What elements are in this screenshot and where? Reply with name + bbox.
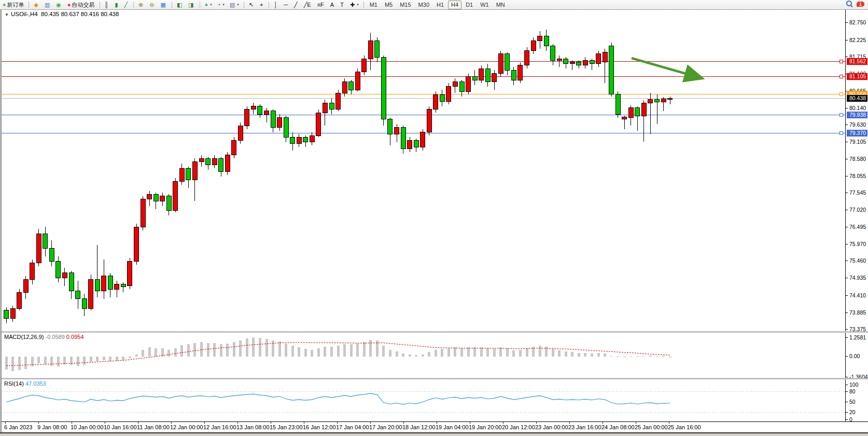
crosshair-tool-button[interactable]: + [258,1,266,9]
rsi-value: 47.0353 [25,380,46,387]
price-line-group[interactable] [2,60,845,135]
time-tick-mark [569,422,570,424]
macd-canvas[interactable] [2,333,845,378]
arrange-vertical-button[interactable]: ◨ [186,1,197,9]
time-tick-label: 10 Jan 00:00 [71,424,104,430]
tick-label: 78.580 [846,156,868,162]
time-tick-label: 12 Jan 00:00 [170,424,203,430]
time-tick-label: 23 Jan 16:00 [568,424,601,430]
time-tick-mark [603,422,603,424]
arrow-annotation[interactable] [632,58,701,78]
horizontal-line-tool-button[interactable]: ─ [282,1,291,9]
arrange-vertical-icon: ◨ [188,2,193,8]
notification-icon[interactable]: 1 [856,1,865,7]
main-chart-canvas[interactable] [2,9,845,331]
time-tick-label: 17 Jan 04:00 [336,424,369,430]
cursor-tool-icon: ↖ [249,2,254,8]
line-chart-style-icon: ╱ [124,2,128,8]
chevron-down-icon[interactable]: ▼ [5,12,9,17]
timeframe-button-H4[interactable]: H4 [448,1,461,9]
rsi-axis: 1008050200 [845,379,868,421]
chevron-down-icon[interactable]: ▾ [237,3,239,7]
indicators-list-icon: + [205,2,208,8]
text-tool-button[interactable]: A [328,1,337,9]
time-tick-label: 10 Jan 16:00 [104,424,137,430]
timeframe-button-M15[interactable]: M15 [397,1,414,9]
price-line-handle[interactable] [839,75,843,78]
tile-windows-button[interactable]: ▦ [159,1,169,9]
bar-chart-style-button[interactable]: ║ [103,1,112,9]
candlestick-style-button[interactable]: ▮ [113,1,121,9]
auto-trading-button[interactable]: ●自动交易 [65,1,97,9]
timeframe-button-D1[interactable]: D1 [463,1,476,9]
cursor-tool-button[interactable]: ↖ [247,1,257,9]
line-chart-style-button[interactable]: ╱ [122,1,131,9]
time-tick-mark [437,422,437,424]
toolbar-groups: +新订单◆▥◉●自动交易║▮╱⊕⊖▦◧◨+▾◔▾▧▾↖+│─╱╱E≡FAT✚▾M… [0,1,509,9]
time-tick-mark [304,422,304,424]
market-watch-icon: ◆ [34,2,38,8]
indicators-list-button[interactable]: +▾ [203,1,214,9]
price-line-handle[interactable] [839,132,843,135]
timeframe-button-H1[interactable]: H1 [433,1,447,9]
tick-label: 80.140 [846,105,868,111]
rsi-canvas[interactable] [2,379,845,421]
time-tick-label: 15 Jan 23:00 [270,424,303,430]
time-tick-mark [470,422,470,424]
vertical-line-tool-button[interactable]: │ [272,1,281,9]
time-tick-mark [138,422,138,424]
tick-label: 79.105 [846,139,868,145]
price-line-label: 81.562 [847,58,867,65]
trendline-tool-button[interactable]: ╱ [292,1,301,9]
shapes-tool-button[interactable]: ✚▾ [348,1,361,9]
chart-title[interactable]: ▼USOil-,H4 80.435 80.637 80.416 80.438 [5,11,119,17]
timeframe-button-MN[interactable]: MN [493,1,508,9]
timeframe-button-M5[interactable]: M5 [382,1,396,9]
data-window-button[interactable]: ▥ [43,1,53,9]
channel-tool-icon: ╱E [304,2,311,8]
rsi-line [6,393,670,404]
trendline-tool-icon: ╱ [294,2,298,8]
new-order-button[interactable]: +新订单 [1,1,26,9]
chevron-down-icon[interactable]: ▾ [210,3,212,7]
time-tick-mark [669,422,669,424]
zoom-in-button[interactable]: ⊕ [136,1,146,9]
time-tick-mark [72,422,72,424]
candlestick-series[interactable] [4,30,673,324]
label-tool-button[interactable]: T [338,1,347,9]
time-tick-label: 16 Jan 12:00 [303,424,336,430]
label-tool-icon: T [340,2,344,8]
chevron-down-icon[interactable]: ▾ [357,3,359,7]
time-tick-label: 23 Jan 00:00 [535,424,568,430]
arrange-horizontal-button[interactable]: ◧ [175,1,185,9]
tile-windows-icon: ▦ [161,2,166,8]
time-tick-label: 20 Jan 12:00 [502,424,535,430]
time-axis[interactable]: 6 Jan 20239 Jan 08:0010 Jan 00:0010 Jan … [2,421,868,433]
toolbar-right: 1 [846,1,865,7]
market-watch-button[interactable]: ◆ [32,1,41,9]
price-line-label: 79.938 [847,112,867,118]
search-icon[interactable] [846,1,852,7]
templates-list-button[interactable]: ▧▾ [228,1,241,9]
auto-trading-label: 自动交易 [72,1,95,9]
time-tick-mark [337,422,338,424]
signals-button[interactable]: ◉ [54,1,64,9]
fibonacci-tool-button[interactable]: ≡F [315,1,327,9]
time-tick-label: 19 Jan 20:00 [469,424,502,430]
chevron-down-icon[interactable]: ▾ [222,3,225,7]
zoom-out-button[interactable]: ⊖ [147,1,157,9]
timeframe-button-M30[interactable]: M30 [415,1,432,9]
horizontal-line-tool-icon: ─ [284,2,288,8]
timeframe-button-W1[interactable]: W1 [477,1,492,9]
timeframe-button-M1[interactable]: M1 [367,1,381,9]
channel-tool-button[interactable]: ╱E [302,1,314,9]
price-line-handle[interactable] [839,92,843,96]
price-line-handle[interactable] [839,113,843,116]
tick-label: 75.460 [846,258,868,264]
candlestick-style-icon: ▮ [115,2,118,8]
time-tick-label: 13 Jan 08:00 [236,424,270,430]
chart-symbol-label: USOil-,H4 [11,11,38,17]
toolbar-separator [172,2,172,8]
price-line-handle[interactable] [839,60,843,63]
periods-list-button[interactable]: ◔▾ [215,1,227,9]
